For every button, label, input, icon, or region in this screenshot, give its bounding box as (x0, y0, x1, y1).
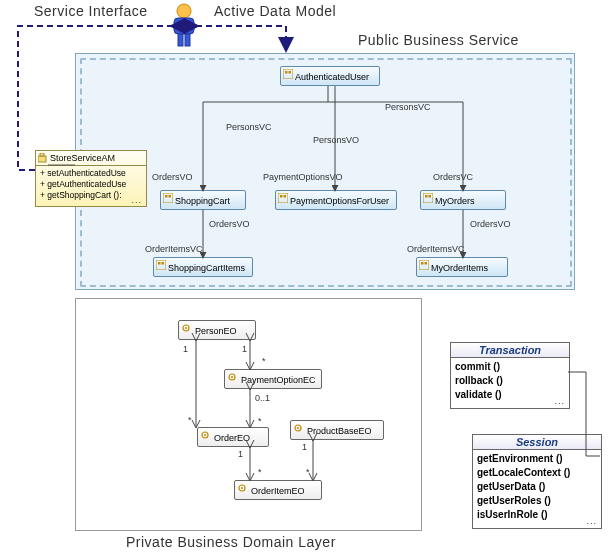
txn-op-0: commit () (455, 360, 565, 374)
am-title-text: StoreServiceAM (50, 153, 115, 163)
vo-icon (283, 69, 293, 79)
svg-point-0 (177, 4, 191, 18)
svg-point-26 (229, 374, 235, 380)
svg-rect-16 (425, 195, 428, 198)
svg-point-28 (202, 432, 208, 438)
vo-text: ShoppingCart (175, 196, 230, 206)
sess-op-0: getEnvironment () (477, 452, 597, 466)
eo-text: PaymentOptionEC (241, 375, 316, 385)
txn-op-1: rollback () (455, 374, 565, 388)
sess-op-1: getLocaleContext () (477, 466, 597, 480)
mult-1: 1 (242, 344, 247, 354)
vo-text: AuthenticatedUser (295, 72, 369, 82)
sess-op-4: isUserInRole () (477, 508, 597, 522)
svg-rect-12 (278, 193, 288, 203)
label-persons-vo: PersonsVO (313, 135, 359, 145)
label-orderitems-vc-l: OrderItemsVC (145, 244, 203, 254)
ellipsis-icon: ... (131, 195, 142, 206)
eo-text: OrderItemEO (251, 486, 305, 496)
class-title: Transaction (451, 343, 569, 358)
vo-text: PaymentOptionsForUser (290, 196, 389, 206)
svg-rect-23 (425, 262, 428, 265)
svg-rect-5 (40, 153, 44, 156)
svg-rect-6 (283, 69, 293, 79)
eo-order-item: OrderItemEO (234, 480, 322, 500)
svg-rect-22 (421, 262, 424, 265)
label-persons-vc-r: PersonsVC (385, 102, 431, 112)
storeservice-am: StoreServiceAM + setAuthenticatedUse + g… (35, 150, 147, 207)
heading-public-business-service: Public Business Service (358, 32, 519, 48)
svg-rect-11 (169, 195, 172, 198)
label-persons-vc-l: PersonsVC (226, 122, 272, 132)
heading-active-data-model: Active Data Model (214, 3, 336, 19)
svg-point-25 (185, 327, 187, 329)
svg-rect-2 (178, 34, 183, 46)
vo-payment-options: PaymentOptionsForUser (275, 190, 397, 210)
svg-point-31 (297, 427, 299, 429)
svg-rect-8 (289, 71, 292, 74)
eo-payment-option: PaymentOptionEC (224, 369, 322, 389)
class-body: getEnvironment () getLocaleContext () ge… (473, 450, 601, 528)
am-operations: + setAuthenticatedUse + getAuthenticated… (36, 166, 146, 206)
svg-rect-10 (165, 195, 168, 198)
vo-authenticated-user: AuthenticatedUser (280, 66, 380, 86)
svg-rect-17 (429, 195, 432, 198)
svg-point-24 (183, 325, 189, 331)
svg-rect-18 (156, 260, 166, 270)
mult-star: * (262, 356, 266, 366)
svg-point-33 (241, 487, 243, 489)
vo-icon (423, 193, 433, 203)
label-orderitems-vc-r: OrderItemsVC (407, 244, 465, 254)
eo-text: PersonEO (195, 326, 237, 336)
svg-rect-14 (284, 195, 287, 198)
class-session: Session getEnvironment () getLocaleConte… (472, 434, 602, 529)
svg-rect-1 (174, 18, 194, 34)
svg-rect-21 (419, 260, 429, 270)
eo-icon (181, 323, 191, 333)
svg-point-27 (231, 376, 233, 378)
vo-icon (278, 193, 288, 203)
svg-point-32 (239, 485, 245, 491)
svg-rect-9 (163, 193, 173, 203)
vo-my-orders: MyOrders (420, 190, 506, 210)
heading-service-interface: Service Interface (34, 3, 148, 19)
svg-point-29 (204, 434, 206, 436)
eo-product-base: ProductBaseEO (290, 420, 384, 440)
label-orders-vo-l: OrdersVO (152, 172, 193, 182)
eo-order: OrderEO (197, 427, 269, 447)
txn-op-2: validate () (455, 388, 565, 402)
svg-rect-13 (280, 195, 283, 198)
eo-person: PersonEO (178, 320, 256, 340)
eo-icon (200, 430, 210, 440)
ellipsis-icon: ... (554, 394, 565, 408)
heading-private-domain: Private Business Domain Layer (126, 534, 336, 550)
svg-rect-7 (285, 71, 288, 74)
mult-star: * (306, 467, 310, 477)
svg-rect-3 (185, 34, 190, 46)
vo-my-order-items: MyOrderItems (416, 257, 508, 277)
svg-rect-20 (162, 262, 165, 265)
mult-star: * (258, 467, 262, 477)
mult-star: * (188, 415, 192, 425)
vo-text: MyOrders (435, 196, 475, 206)
class-body: commit () rollback () validate () ... (451, 358, 569, 408)
eo-text: OrderEO (214, 433, 250, 443)
label-payment-options-vo: PaymentOptionsVO (263, 172, 343, 182)
vo-icon (163, 193, 173, 203)
am-op-1: + getAuthenticatedUse (40, 179, 142, 190)
mult-1: 1 (183, 344, 188, 354)
sess-op-3: getUserRoles () (477, 494, 597, 508)
am-op-2: + getShoppingCart (): (40, 190, 142, 201)
architecture-diagram: Service Interface Active Data Model Publ… (0, 0, 612, 554)
eo-icon (237, 483, 247, 493)
vo-icon (156, 260, 166, 270)
module-icon (38, 153, 48, 163)
svg-rect-19 (158, 262, 161, 265)
svg-rect-4 (38, 156, 46, 162)
vo-text: ShoppingCartItems (168, 263, 245, 273)
svg-point-30 (295, 425, 301, 431)
mult-star: * (258, 416, 262, 426)
svg-rect-15 (423, 193, 433, 203)
vo-shopping-cart-items: ShoppingCartItems (153, 257, 253, 277)
eo-text: ProductBaseEO (307, 426, 372, 436)
